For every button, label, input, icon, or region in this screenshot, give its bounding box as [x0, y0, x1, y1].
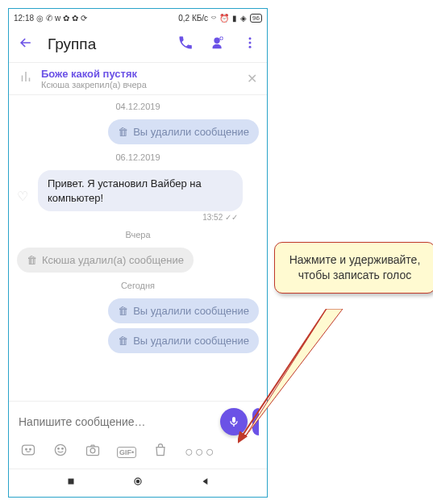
trash-icon: 🗑 [118, 126, 128, 138]
whatsapp-icon: ✆ [46, 14, 52, 23]
deleted-message-bubble[interactable]: 🗑 Ксюша удалил(а) сообщение [17, 248, 194, 273]
pinned-title: Боже какой пустяк [41, 68, 239, 80]
date-separator: 06.12.2019 [17, 152, 259, 162]
messages-area[interactable]: 04.12.2019 🗑 Вы удалили сообщение 06.12.… [9, 95, 267, 401]
svg-rect-13 [68, 479, 73, 485]
chat-header: Группа [9, 27, 267, 62]
net-speed: 0,2 КБ/с [178, 14, 208, 23]
add-user-icon[interactable] [207, 34, 228, 56]
android-nav-bar [9, 469, 267, 497]
trash-icon: 🗑 [118, 305, 128, 317]
deleted-text: Вы удалили сообщение [133, 335, 249, 347]
chat-title[interactable]: Группа [48, 35, 164, 53]
input-bar: GIF• ○○○ [9, 401, 267, 469]
date-separator: 04.12.2019 [17, 102, 259, 111]
tooltip-callout: Нажмите и удерживайте, чтобы записать го… [274, 242, 433, 294]
svg-point-8 [55, 444, 65, 455]
message-input[interactable] [17, 414, 220, 429]
gif-icon[interactable]: GIF• [117, 447, 136, 458]
bluetooth-icon: ⌔ [211, 14, 216, 23]
date-separator: Вчера [17, 230, 259, 240]
deleted-text: Ксюша удалил(а) сообщение [42, 254, 184, 266]
deleted-message-bubble[interactable]: 🗑 Вы удалили сообщение [108, 328, 259, 353]
more-tools-icon[interactable]: ○○○ [185, 444, 216, 460]
shop-icon[interactable] [152, 442, 169, 462]
svg-point-10 [62, 448, 64, 450]
signal-icon: ▮ [232, 14, 237, 23]
deleted-message-bubble[interactable]: 🗑 Вы удалили сообщение [108, 119, 259, 144]
pinned-message[interactable]: Боже какой пустяк Ксюша закрепил(а) вчер… [9, 62, 267, 95]
mic-icon [227, 415, 240, 428]
date-separator: Сегодня [17, 281, 259, 290]
message-bubble[interactable]: Привет. Я установил Вайбер на компьютер! [38, 170, 243, 211]
svg-point-3 [249, 41, 252, 44]
message-row: 🗑 Вы удалили сообщение [17, 298, 259, 323]
close-icon[interactable]: ✕ [247, 71, 257, 86]
nav-back-icon[interactable] [200, 476, 211, 490]
message-row: 🗑 Вы удалили сообщение [17, 328, 259, 353]
alarm-icon: ⏰ [219, 14, 229, 23]
call-icon[interactable] [175, 35, 196, 55]
trash-icon: 🗑 [118, 335, 128, 347]
status-bar: 12:18 ◎ ✆ w ✿ ✿ ⟳ 0,2 КБ/с ⌔ ⏰ ▮ ◈ 96 [9, 9, 267, 27]
status-time: 12:18 [14, 14, 34, 23]
message-row: 🗑 Вы удалили сообщение [17, 119, 259, 144]
smiley-icon[interactable] [20, 442, 36, 462]
svg-point-9 [58, 448, 60, 450]
read-icon: ✓✓ [225, 213, 238, 222]
message-row: ♡ Привет. Я установил Вайбер на компьюте… [17, 170, 259, 222]
svg-point-6 [26, 448, 27, 450]
message-time: 13:52 ✓✓ [38, 213, 243, 222]
battery-indicator: 96 [250, 14, 262, 23]
settings-icon: ✿ [72, 14, 78, 23]
svg-point-7 [30, 448, 31, 450]
poll-icon [19, 69, 33, 88]
vk-icon: w [55, 14, 60, 23]
svg-point-4 [249, 45, 252, 48]
back-icon[interactable] [15, 35, 36, 55]
camera-icon[interactable] [85, 442, 101, 462]
camera-icon: ✿ [63, 14, 69, 23]
nav-home-icon[interactable] [132, 476, 144, 490]
svg-point-12 [90, 448, 95, 453]
message-row: 🗑 Ксюша удалил(а) сообщение [17, 248, 259, 273]
more-icon[interactable] [239, 35, 260, 54]
heart-icon[interactable]: ♡ [17, 189, 28, 204]
deleted-message-bubble[interactable]: 🗑 Вы удалили сообщение [108, 298, 259, 323]
deleted-text: Вы удалили сообщение [133, 305, 249, 317]
wifi-icon: ◈ [240, 14, 247, 23]
svg-point-0 [214, 37, 219, 43]
send-button[interactable] [252, 408, 259, 435]
svg-rect-5 [23, 445, 35, 455]
nav-recent-icon[interactable] [65, 476, 77, 490]
svg-point-2 [249, 37, 252, 40]
sync-icon: ⟳ [81, 14, 87, 23]
trash-icon: 🗑 [27, 254, 37, 266]
sticker-icon[interactable] [52, 442, 69, 462]
deleted-text: Вы удалили сообщение [133, 126, 249, 138]
svg-point-15 [136, 480, 139, 483]
pinned-subtitle: Ксюша закрепил(а) вчера [41, 80, 239, 90]
instagram-icon: ◎ [36, 14, 44, 23]
mic-button[interactable] [220, 408, 248, 435]
